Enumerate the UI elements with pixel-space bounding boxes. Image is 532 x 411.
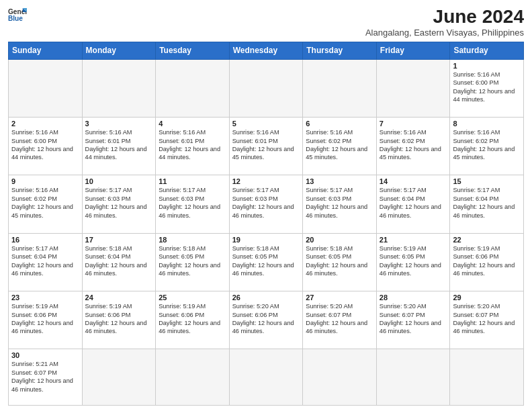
day-info: Sunrise: 5:19 AM Sunset: 6:05 PM Dayligh… xyxy=(380,244,447,278)
logo: General Blue xyxy=(8,7,27,23)
day-info: Sunrise: 5:17 AM Sunset: 6:04 PM Dayligh… xyxy=(380,186,447,220)
day-number: 15 xyxy=(453,177,521,185)
calendar-header-row: Sunday Monday Tuesday Wednesday Thursday… xyxy=(9,42,524,59)
table-row: 2Sunrise: 5:16 AM Sunset: 6:00 PM Daylig… xyxy=(9,118,83,175)
day-info: Sunrise: 5:16 AM Sunset: 6:01 PM Dayligh… xyxy=(159,128,226,162)
day-number: 16 xyxy=(11,236,79,244)
table-row xyxy=(229,59,303,117)
day-info: Sunrise: 5:16 AM Sunset: 6:02 PM Dayligh… xyxy=(453,128,521,162)
svg-text:Blue: Blue xyxy=(8,15,23,22)
table-row: 30Sunrise: 5:21 AM Sunset: 6:07 PM Dayli… xyxy=(9,349,83,406)
day-info: Sunrise: 5:16 AM Sunset: 6:00 PM Dayligh… xyxy=(453,71,521,104)
table-row: 13Sunrise: 5:17 AM Sunset: 6:03 PM Dayli… xyxy=(303,175,377,233)
day-number: 29 xyxy=(453,293,521,302)
day-info: Sunrise: 5:19 AM Sunset: 6:06 PM Dayligh… xyxy=(11,302,79,336)
day-info: Sunrise: 5:18 AM Sunset: 6:05 PM Dayligh… xyxy=(306,244,373,278)
day-number: 5 xyxy=(232,120,300,128)
day-info: Sunrise: 5:20 AM Sunset: 6:07 PM Dayligh… xyxy=(306,302,373,336)
col-saturday: Saturday xyxy=(450,42,524,59)
table-row: 6Sunrise: 5:16 AM Sunset: 6:02 PM Daylig… xyxy=(303,118,377,175)
day-info: Sunrise: 5:20 AM Sunset: 6:07 PM Dayligh… xyxy=(380,302,447,336)
day-number: 27 xyxy=(306,293,373,302)
day-info: Sunrise: 5:17 AM Sunset: 6:03 PM Dayligh… xyxy=(306,186,373,220)
table-row: 3Sunrise: 5:16 AM Sunset: 6:01 PM Daylig… xyxy=(82,118,156,175)
location-subtitle: Alangalang, Eastern Visayas, Philippines xyxy=(365,28,524,38)
table-row: 17Sunrise: 5:18 AM Sunset: 6:04 PM Dayli… xyxy=(82,233,156,291)
table-row: 11Sunrise: 5:17 AM Sunset: 6:03 PM Dayli… xyxy=(156,175,230,233)
title-block: June 2024 Alangalang, Eastern Visayas, P… xyxy=(365,7,524,38)
table-row: 23Sunrise: 5:19 AM Sunset: 6:06 PM Dayli… xyxy=(9,291,83,349)
day-info: Sunrise: 5:17 AM Sunset: 6:03 PM Dayligh… xyxy=(85,186,153,220)
table-row: 14Sunrise: 5:17 AM Sunset: 6:04 PM Dayli… xyxy=(376,175,450,233)
table-row: 21Sunrise: 5:19 AM Sunset: 6:05 PM Dayli… xyxy=(376,233,450,291)
day-number: 6 xyxy=(306,120,373,128)
day-number: 9 xyxy=(11,177,79,185)
table-row: 16Sunrise: 5:17 AM Sunset: 6:04 PM Dayli… xyxy=(9,233,83,291)
day-number: 21 xyxy=(380,236,447,244)
day-number: 10 xyxy=(85,177,153,185)
day-info: Sunrise: 5:16 AM Sunset: 6:00 PM Dayligh… xyxy=(11,128,79,162)
day-number: 26 xyxy=(232,293,300,302)
table-row: 27Sunrise: 5:20 AM Sunset: 6:07 PM Dayli… xyxy=(303,291,377,349)
table-row xyxy=(82,59,156,117)
day-number: 1 xyxy=(453,62,521,70)
table-row: 25Sunrise: 5:19 AM Sunset: 6:06 PM Dayli… xyxy=(156,291,230,349)
day-number: 20 xyxy=(306,236,373,244)
table-row: 5Sunrise: 5:16 AM Sunset: 6:01 PM Daylig… xyxy=(229,118,303,175)
day-number: 17 xyxy=(85,236,153,244)
day-info: Sunrise: 5:17 AM Sunset: 6:04 PM Dayligh… xyxy=(453,186,521,220)
table-row: 1Sunrise: 5:16 AM Sunset: 6:00 PM Daylig… xyxy=(450,59,524,117)
day-info: Sunrise: 5:16 AM Sunset: 6:02 PM Dayligh… xyxy=(306,128,373,162)
table-row: 29Sunrise: 5:20 AM Sunset: 6:07 PM Dayli… xyxy=(450,291,524,349)
day-info: Sunrise: 5:19 AM Sunset: 6:06 PM Dayligh… xyxy=(453,244,521,278)
table-row xyxy=(303,349,377,406)
day-number: 3 xyxy=(85,120,153,128)
day-number: 4 xyxy=(159,120,226,128)
table-row xyxy=(450,349,524,406)
day-number: 13 xyxy=(306,177,373,185)
day-number: 2 xyxy=(11,120,79,128)
header: General Blue June 2024 Alangalang, Easte… xyxy=(8,7,524,38)
day-number: 25 xyxy=(159,293,226,302)
calendar-week-row: 16Sunrise: 5:17 AM Sunset: 6:04 PM Dayli… xyxy=(9,233,524,291)
day-number: 12 xyxy=(232,177,300,185)
day-info: Sunrise: 5:17 AM Sunset: 6:03 PM Dayligh… xyxy=(159,186,226,220)
col-tuesday: Tuesday xyxy=(156,42,230,59)
day-number: 24 xyxy=(85,293,153,302)
table-row: 10Sunrise: 5:17 AM Sunset: 6:03 PM Dayli… xyxy=(82,175,156,233)
day-info: Sunrise: 5:21 AM Sunset: 6:07 PM Dayligh… xyxy=(11,360,79,394)
page: General Blue June 2024 Alangalang, Easte… xyxy=(0,0,532,411)
col-thursday: Thursday xyxy=(303,42,377,59)
day-info: Sunrise: 5:18 AM Sunset: 6:05 PM Dayligh… xyxy=(232,244,300,278)
table-row: 15Sunrise: 5:17 AM Sunset: 6:04 PM Dayli… xyxy=(450,175,524,233)
day-number: 7 xyxy=(380,120,447,128)
month-year-title: June 2024 xyxy=(365,7,524,28)
table-row: 9Sunrise: 5:16 AM Sunset: 6:02 PM Daylig… xyxy=(9,175,83,233)
table-row: 8Sunrise: 5:16 AM Sunset: 6:02 PM Daylig… xyxy=(450,118,524,175)
calendar-week-row: 9Sunrise: 5:16 AM Sunset: 6:02 PM Daylig… xyxy=(9,175,524,233)
table-row: 19Sunrise: 5:18 AM Sunset: 6:05 PM Dayli… xyxy=(229,233,303,291)
col-monday: Monday xyxy=(82,42,156,59)
table-row xyxy=(376,349,450,406)
day-info: Sunrise: 5:17 AM Sunset: 6:04 PM Dayligh… xyxy=(11,244,79,278)
table-row xyxy=(156,59,230,117)
day-info: Sunrise: 5:20 AM Sunset: 6:07 PM Dayligh… xyxy=(453,302,521,336)
day-info: Sunrise: 5:16 AM Sunset: 6:02 PM Dayligh… xyxy=(380,128,447,162)
day-number: 19 xyxy=(232,236,300,244)
table-row: 28Sunrise: 5:20 AM Sunset: 6:07 PM Dayli… xyxy=(376,291,450,349)
table-row: 24Sunrise: 5:19 AM Sunset: 6:06 PM Dayli… xyxy=(82,291,156,349)
day-number: 8 xyxy=(453,120,521,128)
day-info: Sunrise: 5:17 AM Sunset: 6:03 PM Dayligh… xyxy=(232,186,300,220)
col-wednesday: Wednesday xyxy=(229,42,303,59)
table-row xyxy=(303,59,377,117)
day-number: 22 xyxy=(453,236,521,244)
table-row: 20Sunrise: 5:18 AM Sunset: 6:05 PM Dayli… xyxy=(303,233,377,291)
day-info: Sunrise: 5:20 AM Sunset: 6:06 PM Dayligh… xyxy=(232,302,300,336)
calendar-table: Sunday Monday Tuesday Wednesday Thursday… xyxy=(8,42,524,406)
day-info: Sunrise: 5:19 AM Sunset: 6:06 PM Dayligh… xyxy=(85,302,153,336)
day-number: 28 xyxy=(380,293,447,302)
day-number: 11 xyxy=(159,177,226,185)
table-row xyxy=(376,59,450,117)
day-info: Sunrise: 5:16 AM Sunset: 6:01 PM Dayligh… xyxy=(85,128,153,162)
table-row: 22Sunrise: 5:19 AM Sunset: 6:06 PM Dayli… xyxy=(450,233,524,291)
